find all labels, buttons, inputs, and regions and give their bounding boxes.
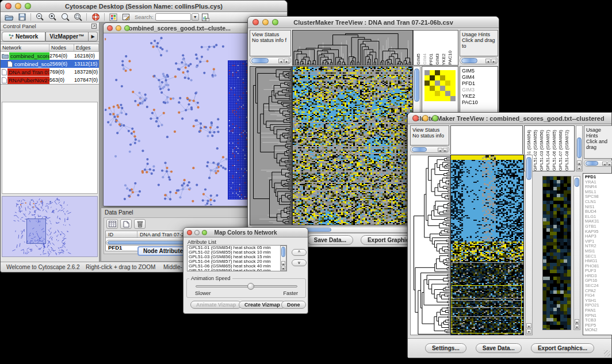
save-icon[interactable]	[16, 13, 28, 22]
main-window-title: Cytoscape Desktop (Session Name: collins…	[1, 3, 287, 10]
move-up-button[interactable]: ^	[292, 249, 307, 256]
move-down-button[interactable]: v	[292, 259, 307, 266]
treeview1-titlebar[interactable]: ClusterMaker TreeView : DNA and Tran 07-…	[248, 17, 499, 28]
float-panel-icon[interactable]	[91, 24, 97, 29]
open-folder-icon[interactable]	[3, 13, 16, 22]
tab-network[interactable]: Network	[2, 32, 45, 41]
save-data-button[interactable]: Save Data...	[476, 343, 522, 353]
annotation-icon[interactable]	[120, 13, 132, 22]
settings-button[interactable]: Settings...	[425, 343, 466, 353]
network-name: combined_scores	[9, 52, 49, 60]
close-button[interactable]	[253, 19, 259, 25]
resize-grip[interactable]	[604, 350, 610, 357]
zoom-button[interactable]	[25, 3, 31, 9]
done-button[interactable]: Done	[281, 301, 306, 309]
zoom-button[interactable]	[272, 19, 278, 25]
thumbnail-cell	[440, 91, 445, 96]
view-status-scrollbar[interactable]: ◂ ▸	[410, 146, 449, 153]
minimize-button[interactable]	[116, 25, 121, 31]
thumbnail-cell	[440, 96, 445, 101]
heatmap-main[interactable]	[292, 66, 413, 225]
view-status-scrollbar[interactable]: ◂ ▸	[250, 57, 291, 64]
thumbnail-cell	[424, 70, 430, 75]
heatmap-selection-rect[interactable]	[452, 285, 522, 334]
network-row[interactable]: combined_scores2764(0)16218(0)	[1, 52, 99, 60]
delete-attribute-trash-icon[interactable]	[134, 219, 146, 229]
row-dendrogram[interactable]	[250, 66, 292, 225]
close-button[interactable]	[412, 115, 419, 121]
zoom-fit-icon[interactable]	[59, 13, 71, 22]
minimize-button[interactable]	[262, 19, 269, 25]
column-dendrogram[interactable]	[292, 30, 413, 66]
zoom-in-icon[interactable]	[46, 13, 59, 22]
row-dendrogram[interactable]	[410, 155, 450, 335]
attribute-table-icon[interactable]	[106, 219, 118, 229]
toolbar-separator	[86, 13, 87, 21]
usage-hints-text: Click and drag to	[462, 37, 498, 49]
tab-overflow-arrow[interactable]: ▶	[89, 32, 98, 41]
thumbnail-vscrollbar[interactable]: ▴ ▾	[573, 176, 580, 330]
slider-thumb[interactable]	[247, 283, 254, 290]
zoom-button[interactable]	[202, 230, 207, 235]
col-edges: Edges	[74, 44, 99, 51]
navigator-canvas	[2, 197, 97, 256]
usage-hints-scrollbar[interactable]: ◂ ▸	[460, 57, 498, 64]
attribute-item[interactable]: GPL51-07 (GSM868) heat shock 60 min	[188, 269, 286, 271]
network-overview-navigator[interactable]	[2, 196, 98, 257]
network-row[interactable]: combined_sco2569(6)13112(15)	[1, 60, 99, 68]
column-dendrogram-area[interactable]	[450, 125, 523, 154]
report-icon[interactable]	[199, 13, 212, 22]
network-table-header[interactable]: Network Nodes Edges	[1, 44, 99, 52]
create-vizmap-button[interactable]: Create Vizmap	[239, 301, 286, 309]
minimize-button[interactable]	[422, 115, 429, 121]
save-data-button[interactable]: Save Data...	[307, 235, 353, 245]
view-status-panel: View Status No status info f	[250, 30, 291, 56]
new-attribute-icon[interactable]	[120, 219, 132, 229]
column-labels: GIM5GIM4PFD1GIM3YKE2PAC10	[413, 30, 458, 66]
navigator-viewport-rect[interactable]	[26, 219, 46, 244]
zoom-selected-icon[interactable]	[71, 13, 84, 22]
thumbnail-cell	[450, 86, 456, 91]
thumbnail-cell	[424, 96, 430, 101]
export-graphics-button[interactable]: Export Graphics...	[531, 343, 594, 353]
vizmapper-icon[interactable]	[107, 13, 120, 22]
network-view-titlebar[interactable]: combined_scores_good.txt--cluste...	[104, 23, 253, 33]
animation-speed-slider[interactable]	[196, 285, 297, 288]
zoom-button[interactable]	[124, 25, 130, 31]
animate-vizmap-button[interactable]: Animate Vizmap	[190, 301, 242, 309]
thumbnail-cell	[430, 75, 435, 81]
usage-hints-scrollbar[interactable]: ◂ ▸	[584, 160, 612, 167]
attribute-list[interactable]: GPL51-01 (GSM854) heat shock 05 minGPL51…	[187, 245, 287, 271]
close-button[interactable]	[107, 25, 113, 31]
minimize-button[interactable]	[194, 230, 200, 235]
close-button[interactable]	[187, 230, 192, 235]
zoom-out-icon[interactable]	[33, 13, 46, 22]
thumbnail-cell	[424, 91, 430, 96]
main-titlebar[interactable]: Cytoscape Desktop (Session Name: collins…	[1, 1, 287, 12]
row-label: YKE2	[462, 93, 498, 99]
network-graph-canvas[interactable]	[105, 34, 251, 205]
row-label: GIM4	[462, 74, 498, 81]
column-labels-scrollbar[interactable]: ▴ ▾	[576, 125, 583, 171]
network-row[interactable]: DNA and Tran 07769(0)183728(0)	[1, 68, 99, 76]
minimize-button[interactable]	[15, 3, 21, 9]
heatmap-thumbnail[interactable]	[542, 176, 571, 330]
heatmap-vscrollbar[interactable]: ▴ ▾	[525, 155, 533, 335]
tab-vizmapper[interactable]: VizMapper™	[45, 32, 89, 41]
dialog-titlebar[interactable]: Map Colors to Network	[183, 228, 308, 237]
thumbnail-cell	[424, 75, 430, 81]
thumbnail-cell	[435, 86, 440, 91]
column-label: PAC10	[447, 51, 453, 65]
search-input[interactable]	[155, 13, 191, 21]
close-button[interactable]	[5, 3, 12, 9]
edges-count: 13112(15)	[74, 61, 99, 67]
correlation-thumbnail[interactable]	[424, 70, 456, 101]
zoom-button[interactable]	[432, 115, 438, 121]
treeview2-titlebar[interactable]: ClusterMaker TreeView : combined_scores_…	[408, 113, 611, 124]
network-row[interactable]: RNAPuberNov2+563(0)107847(0)	[1, 76, 99, 84]
help-lifering-icon[interactable]	[89, 13, 102, 22]
thumbnail-cell	[445, 86, 450, 91]
attribute-list-scrollbar[interactable]: ▴ ▾	[280, 246, 286, 271]
slower-label: Slower	[195, 290, 211, 296]
search-dropdown-arrow[interactable]: ▼	[192, 13, 199, 21]
